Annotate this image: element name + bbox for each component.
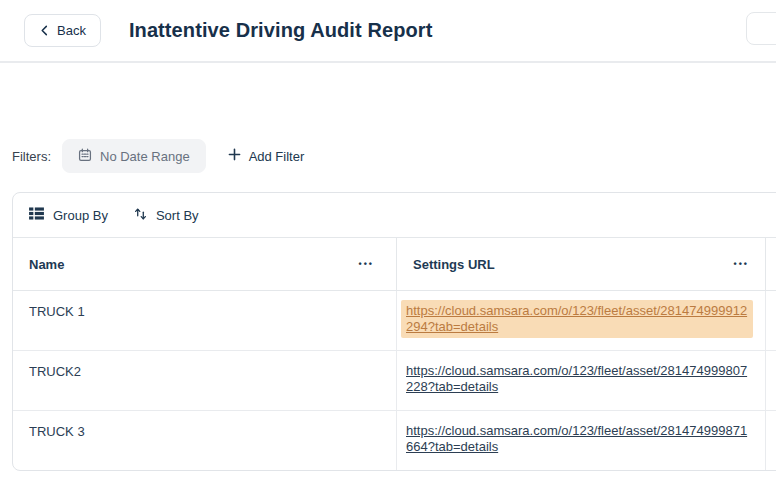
date-range-filter-button[interactable]: No Date Range: [62, 139, 206, 173]
asset-name-cell: TRUCK 3: [13, 411, 397, 470]
table-row: TRUCK 1 https://cloud.samsara.com/o/123/…: [13, 291, 776, 351]
settings-url-link[interactable]: https://cloud.samsara.com/o/123/fleet/as…: [401, 300, 753, 338]
column-header-name: Name •••: [13, 238, 397, 290]
back-button[interactable]: Back: [24, 14, 101, 47]
filters-bar: Filters: No Date Range Add Filter: [12, 139, 776, 173]
settings-url-link[interactable]: https://cloud.samsara.com/o/123/fleet/as…: [401, 360, 753, 398]
report-table-card: Group By Sort By Name ••• Settings URL •…: [12, 192, 776, 471]
sort-by-label: Sort By: [156, 208, 199, 223]
header-action-button-partial[interactable]: [746, 12, 776, 45]
settings-url-cell: https://cloud.samsara.com/o/123/fleet/as…: [397, 411, 766, 470]
column-menu-icon[interactable]: •••: [730, 256, 749, 273]
asset-name-cell: TRUCK 1: [13, 291, 397, 350]
asset-name-cell: TRUCK2: [13, 351, 397, 410]
table-row: TRUCK 3 https://cloud.samsara.com/o/123/…: [13, 411, 776, 470]
column-header-settings-url: Settings URL •••: [397, 238, 766, 290]
column-menu-icon[interactable]: •••: [355, 256, 374, 273]
group-by-grid-icon: [29, 207, 44, 223]
chevron-left-icon: [39, 25, 50, 36]
plus-icon: [228, 148, 241, 164]
sort-by-button[interactable]: Sort By: [134, 207, 199, 224]
add-filter-button[interactable]: Add Filter: [220, 139, 313, 173]
page-title: Inattentive Driving Audit Report: [129, 19, 433, 42]
date-range-filter-label: No Date Range: [100, 149, 190, 164]
stub-cell: [766, 291, 776, 350]
settings-url-cell: https://cloud.samsara.com/o/123/fleet/as…: [397, 291, 766, 350]
filters-label: Filters:: [12, 149, 51, 164]
app-header: Back Inattentive Driving Audit Report: [0, 0, 776, 63]
stub-cell: [766, 351, 776, 410]
back-button-label: Back: [57, 23, 86, 38]
table-toolbar: Group By Sort By: [13, 193, 776, 238]
calendar-icon: [78, 148, 92, 165]
group-by-label: Group By: [53, 208, 108, 223]
column-header-stub: [766, 238, 776, 290]
column-header-name-label: Name: [29, 257, 64, 272]
settings-url-link[interactable]: https://cloud.samsara.com/o/123/fleet/as…: [401, 420, 753, 458]
table-row: TRUCK2 https://cloud.samsara.com/o/123/f…: [13, 351, 776, 411]
stub-cell: [766, 411, 776, 470]
group-by-button[interactable]: Group By: [29, 207, 108, 223]
table-header-row: Name ••• Settings URL •••: [13, 238, 776, 291]
add-filter-label: Add Filter: [249, 149, 305, 164]
column-header-settings-url-label: Settings URL: [413, 257, 495, 272]
sort-arrows-icon: [134, 207, 147, 224]
settings-url-cell: https://cloud.samsara.com/o/123/fleet/as…: [397, 351, 766, 410]
